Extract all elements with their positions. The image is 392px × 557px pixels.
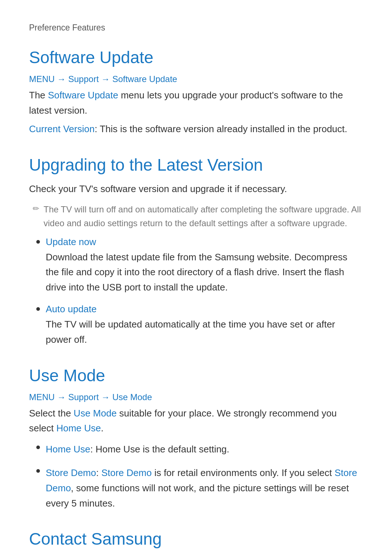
update-now-desc: Download the latest update file from the… — [46, 250, 363, 295]
store-demo-after: , some functions will not work, and the … — [46, 483, 349, 509]
store-demo-highlight: Store Demo — [101, 467, 152, 478]
current-version-label: Current Version — [29, 123, 95, 134]
list-item-store-demo: Store Demo: Store Demo is for retail env… — [36, 465, 363, 511]
use-mode-description: Select the Use Mode suitable for your pl… — [29, 406, 363, 436]
home-use-desc: Home Use: Home Use is the default settin… — [46, 442, 363, 457]
desc-before: The — [29, 90, 48, 101]
use-mode-nav: MENU → Support → Use Mode — [29, 392, 363, 402]
list-item-home-use: Home Use: Home Use is the default settin… — [36, 442, 363, 457]
auto-update-content: Auto update The TV will be updated autom… — [46, 304, 363, 347]
page-container: Preference Features Software Update MENU… — [0, 0, 392, 557]
software-update-description: The Software Update menu lets you upgrad… — [29, 88, 363, 118]
list-item-auto-update: Auto update The TV will be updated autom… — [36, 304, 363, 347]
contact-arrow1: → — [57, 556, 68, 557]
upgrading-check-text: Check your TV's software version and upg… — [29, 182, 363, 197]
software-update-nav: MENU → Support → Software Update — [29, 74, 363, 84]
current-version-suffix: : This is the software version already i… — [95, 123, 347, 134]
upgrading-note-block: ✏ The TV will turn off and on automatica… — [29, 203, 363, 231]
list-item-update-now: Update now Download the latest update fi… — [36, 236, 363, 295]
update-now-title: Update now — [46, 236, 363, 248]
store-demo-content: Store Demo: Store Demo is for retail env… — [46, 465, 363, 511]
bullet-dot — [36, 240, 40, 244]
desc-highlight: Software Update — [48, 90, 118, 101]
nav-arrow1: → — [57, 74, 66, 84]
home-use-title: Home Use — [46, 444, 90, 455]
store-demo-title: Store Demo — [46, 467, 96, 478]
use-mode-section: Use Mode MENU → Support → Use Mode Selec… — [29, 366, 363, 511]
software-update-section: Software Update MENU → Support → Softwar… — [29, 48, 363, 137]
software-update-title: Software Update — [29, 48, 363, 68]
upgrading-section: Upgrading to the Latest Version Check yo… — [29, 155, 363, 347]
use-mode-arrow1: → — [57, 392, 68, 402]
upgrading-title: Upgrading to the Latest Version — [29, 155, 363, 175]
use-mode-nav-page: Use Mode — [112, 392, 152, 402]
store-demo-before: is for retail environments only. If you … — [152, 467, 335, 478]
use-mode-desc-end: . — [101, 423, 103, 434]
nav-support: Support — [68, 74, 99, 84]
contact-samsung-title: Contact Samsung — [29, 529, 363, 549]
contact-samsung-nav: MENU → Support → Contact Samsung — [29, 556, 363, 557]
use-mode-title: Use Mode — [29, 366, 363, 386]
use-mode-desc-h2: Home Use — [56, 423, 101, 434]
breadcrumb-label: Preference Features — [29, 23, 105, 32]
bullet-dot-2 — [36, 307, 40, 311]
use-mode-list: Home Use: Home Use is the default settin… — [29, 442, 363, 511]
use-mode-nav-menu: MENU — [29, 392, 55, 402]
use-mode-arrow2: → — [101, 392, 113, 402]
use-mode-desc-h1: Use Mode — [74, 408, 117, 419]
contact-nav-menu: MENU — [29, 556, 55, 557]
home-use-suffix: : Home Use is the default setting. — [90, 444, 229, 455]
current-version-text: Current Version: This is the software ve… — [29, 122, 363, 137]
contact-samsung-section: Contact Samsung MENU → Support → Contact… — [29, 529, 363, 557]
breadcrumb: Preference Features — [29, 22, 363, 33]
nav-menu: MENU — [29, 74, 55, 84]
store-demo-desc: Store Demo: Store Demo is for retail env… — [46, 465, 363, 511]
contact-arrow2: → — [101, 556, 113, 557]
upgrading-list: Update now Download the latest update fi… — [29, 236, 363, 347]
contact-nav-page: Contact Samsung — [112, 556, 181, 557]
note-icon: ✏ — [33, 204, 39, 214]
upgrading-note: The TV will turn off and on automaticall… — [44, 203, 363, 231]
auto-update-desc: The TV will be updated automatically at … — [46, 317, 363, 347]
home-use-content: Home Use: Home Use is the default settin… — [46, 442, 363, 457]
bullet-dot-3 — [36, 446, 40, 449]
store-demo-suffix: : — [96, 467, 101, 478]
nav-page: Software Update — [112, 74, 177, 84]
nav-arrow2: → — [101, 74, 110, 84]
bullet-dot-4 — [36, 469, 40, 473]
contact-nav-support: Support — [68, 556, 99, 557]
use-mode-desc-before: Select the — [29, 408, 74, 419]
update-now-content: Update now Download the latest update fi… — [46, 236, 363, 295]
auto-update-title: Auto update — [46, 304, 363, 315]
use-mode-nav-support: Support — [68, 392, 99, 402]
